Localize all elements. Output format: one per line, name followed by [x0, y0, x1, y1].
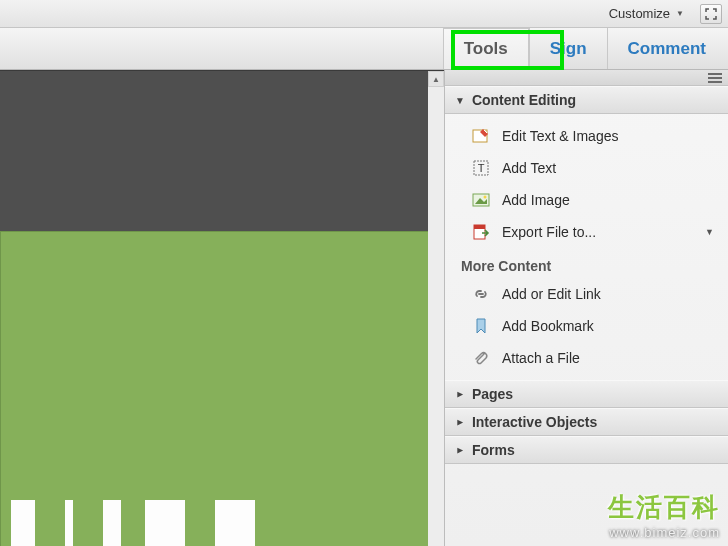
tool-export-file[interactable]: Export File to... ▼ [445, 216, 728, 248]
tools-panel: ▼ Content Editing Edit Text & Images T A… [444, 70, 728, 546]
tool-label: Attach a File [502, 350, 580, 366]
panel-menu-icon[interactable] [708, 73, 722, 83]
section-title: Interactive Objects [472, 414, 597, 430]
add-text-icon: T [471, 158, 491, 178]
document-page [0, 231, 430, 546]
section-title: Content Editing [472, 92, 576, 108]
tab-comment[interactable]: Comment [607, 28, 726, 69]
tool-add-image[interactable]: Add Image [445, 184, 728, 216]
export-file-icon [471, 222, 491, 242]
customize-label: Customize [609, 6, 670, 21]
more-content-heading: More Content [445, 248, 728, 278]
tool-label: Edit Text & Images [502, 128, 618, 144]
bookmark-icon [471, 316, 491, 336]
tool-label: Add Image [502, 192, 570, 208]
section-pages[interactable]: ▼ Pages [445, 380, 728, 408]
content-editing-body: Edit Text & Images T Add Text Add Image … [445, 114, 728, 380]
vertical-scrollbar[interactable]: ▲ [428, 71, 444, 546]
expand-right-icon: ▼ [454, 389, 465, 399]
tool-label: Add Text [502, 160, 556, 176]
svg-point-5 [484, 196, 487, 199]
tool-label: Export File to... [502, 224, 596, 240]
tool-label: Add Bookmark [502, 318, 594, 334]
tab-tools[interactable]: Tools [443, 28, 529, 69]
tool-edit-text-images[interactable]: Edit Text & Images [445, 120, 728, 152]
tool-add-text[interactable]: T Add Text [445, 152, 728, 184]
tab-strip: Tools Sign Comment [0, 28, 728, 70]
fullscreen-icon [705, 8, 717, 20]
dropdown-arrow-icon: ▼ [676, 9, 684, 18]
paperclip-icon [471, 348, 491, 368]
link-icon [471, 284, 491, 304]
svg-text:T: T [478, 162, 485, 174]
submenu-arrow-icon: ▼ [705, 227, 714, 237]
section-content-editing[interactable]: ▼ Content Editing [445, 86, 728, 114]
section-title: Pages [472, 386, 513, 402]
tool-attach-file[interactable]: Attach a File [445, 342, 728, 374]
section-title: Forms [472, 442, 515, 458]
scroll-up-button[interactable]: ▲ [428, 71, 444, 87]
main-area: ▲ ▼ Content Editing Edit Text & Images T [0, 70, 728, 546]
expand-right-icon: ▼ [454, 417, 465, 427]
section-forms[interactable]: ▼ Forms [445, 436, 728, 464]
edit-text-images-icon [471, 126, 491, 146]
tool-label: Add or Edit Link [502, 286, 601, 302]
customize-button[interactable]: Customize ▼ [601, 3, 692, 24]
tool-add-bookmark[interactable]: Add Bookmark [445, 310, 728, 342]
expand-down-icon: ▼ [455, 95, 465, 106]
tool-add-edit-link[interactable]: Add or Edit Link [445, 278, 728, 310]
add-image-icon [471, 190, 491, 210]
document-viewport[interactable]: ▲ [0, 70, 444, 546]
svg-rect-7 [474, 225, 485, 229]
top-toolbar: Customize ▼ [0, 0, 728, 28]
document-content-shapes [11, 500, 255, 546]
panel-header-strip [445, 70, 728, 86]
section-interactive-objects[interactable]: ▼ Interactive Objects [445, 408, 728, 436]
tab-sign[interactable]: Sign [529, 28, 607, 69]
expand-right-icon: ▼ [454, 445, 465, 455]
fullscreen-button[interactable] [700, 4, 722, 24]
